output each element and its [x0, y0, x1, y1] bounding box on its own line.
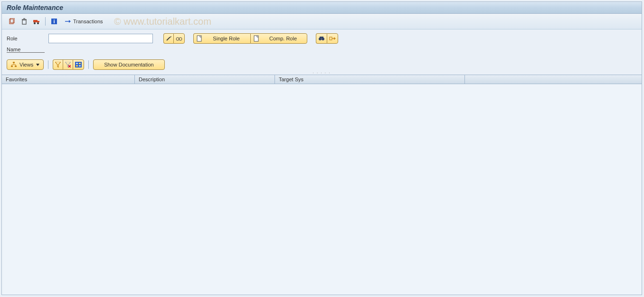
single-role-button[interactable]: Single Role — [193, 33, 250, 44]
svg-rect-23 — [330, 37, 332, 40]
svg-rect-18 — [197, 36, 201, 41]
svg-rect-19 — [254, 36, 258, 41]
funnel-x-icon — [65, 62, 71, 67]
where-used-button[interactable] — [327, 33, 338, 44]
hierarchy-icon — [11, 62, 17, 67]
column-target-sys[interactable]: Target Sys — [275, 75, 465, 84]
filter-delete-button[interactable] — [63, 59, 73, 70]
window-titlebar: Role Maintenance — [2, 2, 642, 14]
svg-point-16 — [179, 38, 182, 40]
svg-rect-2 — [22, 20, 26, 24]
svg-marker-33 — [36, 64, 39, 66]
svg-rect-39 — [76, 63, 78, 64]
comp-role-button[interactable]: Comp. Role — [250, 33, 307, 44]
table-body — [2, 84, 642, 295]
svg-point-15 — [176, 38, 179, 40]
svg-text:i: i — [53, 19, 55, 24]
svg-rect-26 — [13, 62, 15, 63]
dropdown-icon — [36, 64, 39, 66]
info-icon[interactable]: i — [49, 16, 59, 27]
binoculars-icon — [318, 35, 325, 42]
role-input[interactable] — [48, 34, 153, 43]
layout-button[interactable] — [73, 59, 84, 70]
filter-toolbar: Views Show Documentation — [2, 57, 642, 72]
svg-point-8 — [37, 22, 39, 24]
search-button[interactable] — [316, 33, 327, 44]
role-label: Role — [7, 36, 45, 41]
svg-rect-5 — [33, 20, 38, 22]
svg-rect-28 — [15, 66, 17, 67]
toolbar-separator — [45, 17, 46, 26]
toolbar-separator — [48, 60, 48, 69]
transport-icon[interactable] — [31, 16, 42, 27]
show-documentation-button[interactable]: Show Documentation — [93, 59, 165, 70]
views-button[interactable]: Views — [7, 59, 44, 70]
pencil-icon — [166, 36, 171, 41]
svg-marker-12 — [69, 20, 71, 23]
column-description[interactable]: Description — [135, 75, 275, 84]
app-window: Role Maintenance i Transactions Role — [1, 1, 642, 295]
svg-rect-27 — [11, 66, 13, 67]
svg-rect-6 — [38, 21, 39, 22]
arrow-right-icon — [65, 19, 71, 24]
transactions-button[interactable]: Transactions — [61, 17, 106, 26]
svg-rect-38 — [75, 62, 82, 67]
main-toolbar: i Transactions — [2, 14, 642, 29]
svg-rect-41 — [76, 65, 78, 67]
transactions-label: Transactions — [73, 19, 103, 24]
copy-icon[interactable] — [7, 16, 17, 27]
page-title: Role Maintenance — [7, 4, 63, 11]
arrow-out-icon — [329, 36, 336, 41]
funnel-icon — [55, 62, 61, 67]
svg-marker-25 — [334, 37, 336, 40]
table-header: Favorites Description Target Sys — [2, 75, 642, 84]
column-blank — [465, 75, 642, 84]
glasses-icon — [176, 36, 182, 41]
column-favorites[interactable]: Favorites — [2, 75, 135, 84]
name-label: Name — [7, 47, 45, 53]
filter-button[interactable] — [53, 59, 63, 70]
svg-point-7 — [34, 22, 36, 24]
svg-rect-22 — [320, 37, 323, 38]
edit-button[interactable] — [163, 33, 173, 44]
layout-icon — [75, 62, 82, 67]
toolbar-separator — [88, 60, 89, 69]
document-icon — [197, 35, 202, 42]
delete-icon[interactable] — [19, 16, 29, 27]
svg-line-13 — [167, 37, 170, 40]
svg-rect-40 — [79, 63, 81, 64]
form-area: Role Single Role Comp. Role — [2, 29, 642, 57]
display-button[interactable] — [173, 33, 185, 44]
svg-marker-34 — [55, 62, 61, 67]
document-icon — [254, 35, 259, 42]
svg-rect-42 — [79, 65, 81, 67]
